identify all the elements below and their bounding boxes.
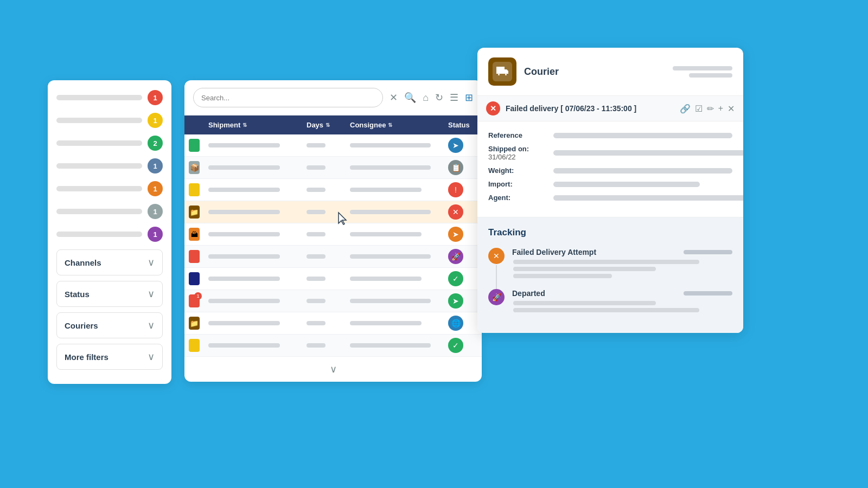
- td-status: !: [444, 179, 482, 201]
- notification-bar: ✕ Failed delivery [ 07/06/23 - 11:35:00 …: [477, 96, 743, 121]
- channels-filter[interactable]: Channels ∨: [56, 249, 163, 275]
- days-bar: [307, 210, 326, 214]
- table-row[interactable]: 1 ➤: [184, 290, 482, 312]
- td-shipment: [204, 229, 302, 240]
- badge-blue-1: 1: [148, 158, 163, 174]
- badge-green-1: 2: [148, 136, 163, 151]
- table-row[interactable]: !: [184, 179, 482, 201]
- table-row[interactable]: 🏔 ➤: [184, 223, 482, 246]
- td-days: [302, 340, 346, 351]
- th-shipment[interactable]: Shipment ⇅: [204, 115, 302, 134]
- filter-item-4: 1: [56, 158, 163, 174]
- table-row[interactable]: 🚀: [184, 246, 482, 268]
- td-days: [302, 162, 346, 173]
- td-consignee: [346, 207, 444, 217]
- table-row[interactable]: ➤: [184, 134, 482, 157]
- status-chevron-icon: ∨: [148, 288, 155, 300]
- detail-weight-row: Weight:: [488, 166, 732, 175]
- edit-icon[interactable]: ✏: [707, 104, 714, 114]
- detail-section: Reference Shipped on: 31/06/22 Weight: I…: [477, 121, 743, 217]
- reference-value-bar: [553, 133, 732, 138]
- td-consignee: [346, 340, 444, 351]
- search-input[interactable]: [193, 88, 383, 107]
- table-row[interactable]: 📦 📋: [184, 157, 482, 179]
- row-color-icon: 📁: [189, 317, 200, 330]
- close-icon[interactable]: ✕: [390, 92, 398, 104]
- track-detail-bar: [513, 260, 699, 264]
- table-row[interactable]: 📁 ✕: [184, 201, 482, 223]
- badge-orange-1: 1: [148, 181, 163, 196]
- th-consignee[interactable]: Consignee ⇅: [346, 115, 444, 134]
- shipment-bar: [208, 299, 280, 303]
- detail-shipped-row: Shipped on: 31/06/22: [488, 145, 732, 161]
- filter-bar: [56, 209, 142, 214]
- td-icon: 🏔: [184, 224, 204, 244]
- courier-truck-icon: [496, 65, 509, 78]
- grid-icon[interactable]: ⊞: [465, 92, 473, 104]
- table-row[interactable]: 📁 🌐: [184, 312, 482, 335]
- status-icon: 📋: [448, 160, 463, 175]
- track-content-departed: Departed: [512, 289, 732, 312]
- td-shipment: [204, 140, 302, 151]
- td-shipment: [204, 207, 302, 217]
- td-days: [302, 184, 346, 195]
- td-consignee: [346, 251, 444, 262]
- row-color-icon: [189, 250, 200, 263]
- th-days[interactable]: Days ⇅: [302, 115, 346, 134]
- th-checkbox: [184, 120, 204, 131]
- load-more-button[interactable]: ∨: [184, 357, 482, 382]
- refresh-icon[interactable]: ↻: [435, 92, 443, 104]
- td-icon: [184, 336, 204, 355]
- td-icon: 📁: [184, 202, 204, 222]
- shipment-bar: [208, 321, 280, 325]
- detail-agent-row: Agent:: [488, 194, 732, 202]
- td-shipment: [204, 296, 302, 306]
- days-bar: [307, 321, 326, 325]
- status-filter[interactable]: Status ∨: [56, 281, 163, 307]
- status-icon: ✕: [448, 204, 463, 220]
- notification-actions: 🔗 ☑ ✏ + ✕: [680, 104, 735, 114]
- table-row[interactable]: ✓: [184, 335, 482, 357]
- filter-item-2: 1: [56, 113, 163, 128]
- td-days: [302, 296, 346, 306]
- couriers-label: Couriers: [65, 321, 98, 330]
- agent-value-bar: [553, 195, 743, 201]
- th-shipment-label: Shipment: [208, 121, 240, 129]
- shipped-on-label: Shipped on: 31/06/22: [488, 145, 553, 161]
- filter-bar: [56, 163, 142, 169]
- more-filters-filter[interactable]: More filters ∨: [56, 344, 163, 370]
- td-icon: [184, 247, 204, 266]
- consignee-bar: [350, 277, 422, 281]
- td-shipment: [204, 184, 302, 195]
- menu-icon[interactable]: ☰: [450, 92, 458, 104]
- badge-gray-1: 1: [148, 204, 163, 219]
- badge-purple-1: 1: [148, 227, 163, 242]
- left-filter-panel: 1 1 2 1 1 1 1 Channels ∨: [48, 80, 171, 384]
- track-detail-bar: [513, 267, 656, 271]
- add-icon[interactable]: +: [718, 104, 723, 113]
- shipped-value-bar: [553, 150, 743, 156]
- close-icon[interactable]: ✕: [727, 104, 735, 114]
- td-icon: 1: [184, 291, 204, 311]
- td-shipment: [204, 162, 302, 173]
- home-icon[interactable]: ⌂: [423, 92, 429, 104]
- checkbox-icon[interactable]: ☑: [695, 104, 703, 114]
- more-filters-chevron-icon: ∨: [148, 351, 155, 363]
- link-icon[interactable]: 🔗: [680, 104, 691, 114]
- consignee-bar: [350, 321, 422, 325]
- couriers-filter[interactable]: Couriers ∨: [56, 312, 163, 338]
- td-status: 🌐: [444, 312, 482, 334]
- track-detail-bar: [513, 308, 699, 312]
- channels-chevron-icon: ∨: [148, 256, 155, 268]
- td-consignee: [346, 162, 444, 173]
- search-icon[interactable]: 🔍: [404, 92, 416, 104]
- courier-bar-2: [689, 73, 732, 78]
- notification-error-icon[interactable]: ✕: [486, 101, 500, 115]
- row-color-icon: 📦: [189, 161, 200, 174]
- table-row[interactable]: ✓: [184, 268, 482, 290]
- status-label: Status: [65, 290, 90, 299]
- shipment-bar: [208, 343, 280, 348]
- import-value-bar: [553, 182, 700, 187]
- courier-header-bars: [673, 66, 732, 78]
- tracking-event-failed: ✕ Failed Delivery Attempt: [488, 248, 732, 278]
